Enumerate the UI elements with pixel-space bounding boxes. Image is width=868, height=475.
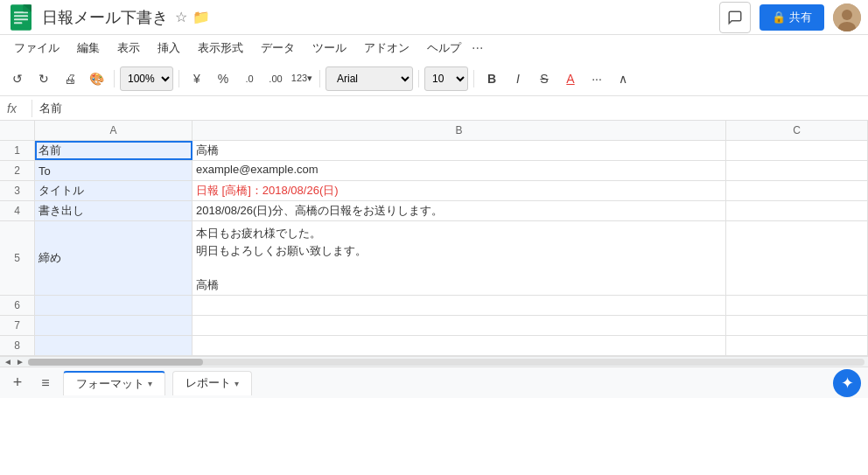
table-row: 3 タイトル 日報 [高橋]：2018/08/26(日): [0, 181, 868, 201]
bottom-bar: + ≡ フォーマット ▾ レポート ▾ ✦: [0, 367, 868, 398]
strikethrough-button[interactable]: S: [532, 66, 556, 91]
col-header-a[interactable]: A: [35, 121, 192, 140]
cell-c1[interactable]: [726, 141, 868, 160]
menu-insert[interactable]: 挿入: [150, 38, 187, 59]
col-header-b[interactable]: B: [192, 121, 726, 140]
undo-button[interactable]: ↺: [5, 66, 30, 91]
table-row: 6: [0, 296, 868, 316]
decimal-increase-button[interactable]: .00: [263, 66, 288, 91]
comments-button[interactable]: [719, 2, 751, 33]
menu-help[interactable]: ヘルプ: [420, 38, 468, 59]
yen-button[interactable]: ¥: [185, 66, 209, 91]
scroll-track[interactable]: [28, 359, 864, 366]
table-row: 4 書き出し 2018/08/26(日)分、高橋の日報をお送りします。: [0, 201, 868, 221]
cell-b1[interactable]: 高橋: [192, 141, 726, 160]
scroll-thumb[interactable]: [28, 359, 203, 366]
redo-button[interactable]: ↻: [32, 66, 56, 91]
menu-data[interactable]: データ: [254, 38, 302, 59]
formula-bar: fx 名前: [0, 96, 868, 121]
row-number: 3: [0, 181, 35, 200]
font-select[interactable]: Arial: [326, 66, 413, 91]
table-row: 5 締め 本日もお疲れ様でした。明日もよろしくお願い致します。高橋: [0, 221, 868, 296]
menu-view[interactable]: 表示: [110, 38, 147, 59]
spreadsheet-wrapper: A B C 1 名前 高橋 2 To example@example.com 3…: [0, 121, 868, 367]
table-row: 7: [0, 316, 868, 336]
title-bar: 日報メール下書き ☆ 📁 🔒 共有: [0, 0, 868, 35]
sheet-tab-format[interactable]: フォーマット ▾: [63, 371, 165, 395]
cell-b3-text: 日報 [高橋]：2018/08/26(日): [196, 183, 339, 199]
sheet-tab-format-label: フォーマット: [76, 376, 144, 392]
row-number: 5: [0, 221, 35, 295]
row-num-header: [0, 121, 35, 140]
cell-b3[interactable]: 日報 [高橋]：2018/08/26(日): [192, 181, 726, 200]
cell-b8[interactable]: [192, 336, 726, 355]
menu-tools[interactable]: ツール: [305, 38, 354, 59]
zoom-select[interactable]: 100%: [120, 66, 173, 91]
percent-button[interactable]: %: [211, 66, 235, 91]
formula-content[interactable]: 名前: [39, 101, 62, 116]
row-number: 2: [0, 161, 35, 180]
toolbar-divider-1: [114, 70, 115, 87]
scroll-right-arrow[interactable]: ►: [16, 357, 24, 367]
sheet-tab-report[interactable]: レポート ▾: [172, 371, 252, 395]
decimal-decrease-button[interactable]: .0: [237, 66, 262, 91]
menu-format[interactable]: 表示形式: [191, 38, 250, 59]
toolbar-divider-5: [473, 70, 474, 87]
cell-c7[interactable]: [726, 316, 868, 335]
cell-b2[interactable]: example@example.com: [192, 161, 726, 180]
tab-dropdown-arrow-2[interactable]: ▾: [234, 379, 239, 388]
menu-edit[interactable]: 編集: [70, 38, 107, 59]
menu-file[interactable]: ファイル: [7, 38, 66, 59]
more-formats-button[interactable]: ···: [584, 66, 609, 91]
paint-format-button[interactable]: 🎨: [84, 66, 108, 91]
toolbar-divider-4: [418, 70, 419, 87]
cell-c4[interactable]: [726, 201, 868, 220]
col-header-c[interactable]: C: [726, 121, 868, 140]
tab-dropdown-arrow[interactable]: ▾: [148, 379, 152, 388]
sheet-menu-button[interactable]: ≡: [35, 373, 56, 394]
bold-button[interactable]: B: [480, 66, 504, 91]
menu-more[interactable]: ···: [472, 40, 483, 56]
lock-icon: 🔒: [772, 10, 786, 24]
cell-c5[interactable]: [726, 221, 868, 295]
star-icon[interactable]: ☆: [175, 9, 187, 25]
underline-button[interactable]: A: [558, 66, 583, 91]
cell-b6[interactable]: [192, 296, 726, 315]
cell-a1[interactable]: 名前: [35, 141, 192, 160]
font-size-select[interactable]: 10: [424, 66, 468, 91]
cell-a5[interactable]: 締め: [35, 221, 192, 295]
cell-a4[interactable]: 書き出し: [35, 201, 192, 220]
svg-rect-1: [14, 11, 28, 13]
document-title[interactable]: 日報メール下書き: [42, 7, 168, 28]
folder-icon[interactable]: 📁: [192, 9, 210, 25]
user-avatar[interactable]: [833, 3, 861, 31]
cell-b5[interactable]: 本日もお疲れ様でした。明日もよろしくお願い致します。高橋: [192, 221, 726, 295]
horizontal-scrollbar[interactable]: ◄ ►: [0, 356, 868, 367]
explore-button[interactable]: ✦: [833, 369, 861, 397]
cell-c2[interactable]: [726, 161, 868, 180]
share-button[interactable]: 🔒 共有: [760, 4, 824, 31]
cell-b4[interactable]: 2018/08/26(日)分、高橋の日報をお送りします。: [192, 201, 726, 220]
main-grid: A B C 1 名前 高橋 2 To example@example.com 3…: [0, 121, 868, 367]
italic-button[interactable]: I: [506, 66, 530, 91]
add-sheet-button[interactable]: +: [7, 373, 28, 394]
cell-a6[interactable]: [35, 296, 192, 315]
menu-bar: ファイル 編集 表示 挿入 表示形式 データ ツール アドオン ヘルプ ···: [0, 35, 868, 61]
cell-c8[interactable]: [726, 336, 868, 355]
print-button[interactable]: 🖨: [58, 66, 82, 91]
cell-b7[interactable]: [192, 316, 726, 335]
toolbar: ↺ ↻ 🖨 🎨 100% ¥ % .0 .00 123▾ Arial 10 B …: [0, 61, 868, 96]
row-number: 6: [0, 296, 35, 315]
menu-addons[interactable]: アドオン: [357, 38, 416, 59]
cell-c3[interactable]: [726, 181, 868, 200]
svg-point-8: [842, 10, 852, 20]
cell-a8[interactable]: [35, 336, 192, 355]
number-format-button[interactable]: 123▾: [290, 66, 314, 91]
cell-c6[interactable]: [726, 296, 868, 315]
toolbar-divider-3: [319, 70, 320, 87]
cell-a2[interactable]: To: [35, 161, 192, 180]
cell-a3[interactable]: タイトル: [35, 181, 192, 200]
collapse-toolbar-button[interactable]: ∧: [611, 66, 635, 91]
scroll-left-arrow[interactable]: ◄: [4, 357, 12, 367]
cell-a7[interactable]: [35, 316, 192, 335]
